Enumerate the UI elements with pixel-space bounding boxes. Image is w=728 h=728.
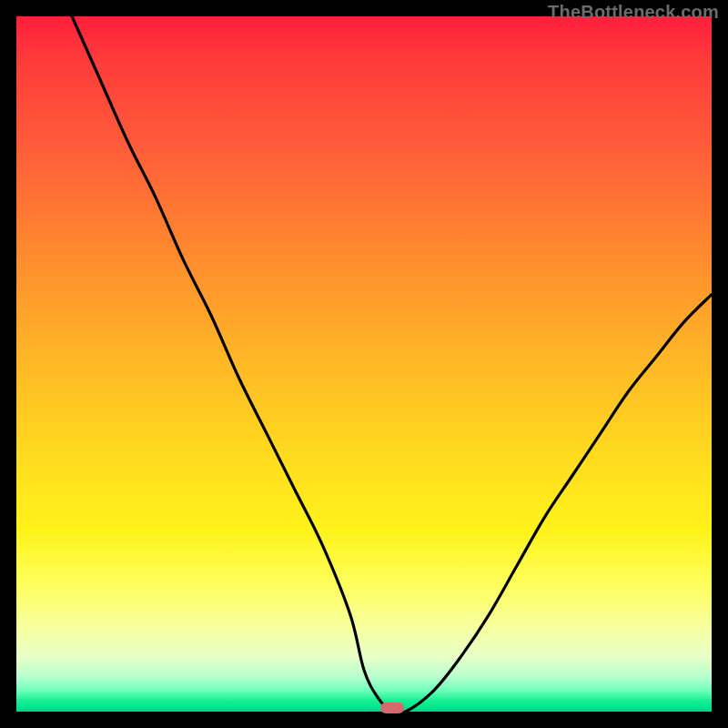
plot-area	[16, 16, 712, 712]
optimal-point-marker	[380, 703, 404, 713]
watermark-text: TheBottleneck.com	[548, 2, 719, 23]
chart-frame: TheBottleneck.com	[0, 0, 728, 728]
bottleneck-curve	[16, 16, 712, 712]
